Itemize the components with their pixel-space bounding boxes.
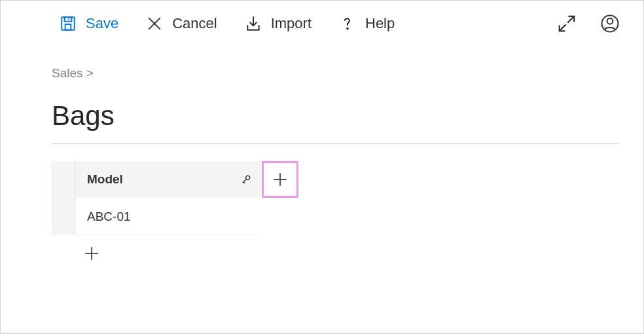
svg-line-14	[243, 182, 245, 183]
svg-line-13	[243, 179, 247, 183]
table-gutter	[52, 161, 75, 198]
close-icon	[146, 15, 163, 32]
table-header-row: Model	[52, 161, 298, 198]
page-title: Bags	[52, 100, 618, 132]
svg-rect-2	[65, 24, 71, 30]
toolbar: Save Cancel Import Help	[1, 1, 643, 44]
expand-button[interactable]	[557, 14, 577, 33]
svg-rect-0	[62, 17, 75, 30]
breadcrumb-parent: Sales	[52, 66, 83, 80]
column-header-label: Model	[87, 172, 123, 187]
account-button[interactable]	[600, 14, 620, 33]
cancel-button[interactable]: Cancel	[146, 15, 217, 32]
table-gutter	[52, 198, 75, 235]
save-button[interactable]: Save	[60, 15, 118, 32]
help-button[interactable]: Help	[339, 15, 395, 32]
title-divider	[52, 143, 618, 144]
add-row-area	[52, 235, 298, 272]
svg-line-9	[560, 24, 566, 31]
cancel-label: Cancel	[172, 15, 217, 32]
add-column-button[interactable]	[262, 161, 298, 198]
help-icon	[339, 15, 356, 32]
breadcrumb[interactable]: Sales >	[52, 66, 618, 81]
key-icon	[241, 174, 251, 185]
svg-point-11	[607, 18, 613, 24]
svg-rect-1	[65, 17, 72, 22]
save-icon	[60, 15, 77, 32]
import-icon	[245, 15, 262, 32]
cell-model[interactable]: ABC-01	[75, 198, 262, 235]
svg-point-7	[347, 28, 348, 29]
help-label: Help	[365, 15, 395, 32]
plus-icon	[83, 245, 100, 262]
save-label: Save	[86, 15, 118, 32]
user-icon	[600, 14, 620, 33]
svg-line-8	[567, 16, 574, 23]
content-area: Sales > Bags Model	[1, 44, 643, 272]
toolbar-right	[557, 14, 620, 33]
data-table: Model	[52, 161, 618, 272]
add-row-button[interactable]	[73, 235, 110, 272]
plus-icon	[272, 171, 289, 188]
breadcrumb-separator: >	[86, 66, 94, 80]
import-label: Import	[271, 15, 312, 32]
table-row[interactable]: ABC-01	[52, 198, 298, 235]
expand-icon	[557, 14, 577, 33]
column-header-model[interactable]: Model	[75, 161, 262, 198]
import-button[interactable]: Import	[245, 15, 312, 32]
